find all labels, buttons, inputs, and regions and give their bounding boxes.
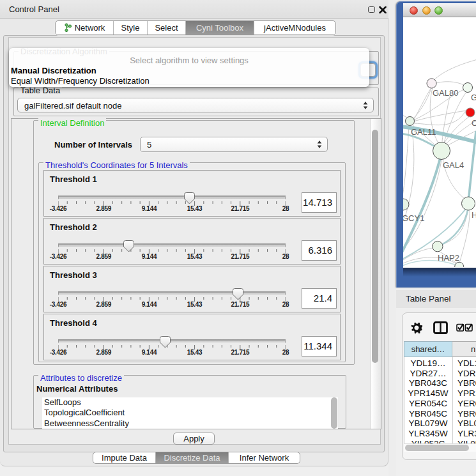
- svg-text:GAL2: GAL2: [471, 93, 476, 102]
- svg-text:HIS: HIS: [472, 210, 476, 220]
- svg-text:GAL4: GAL4: [443, 160, 464, 170]
- svg-text:GAL80: GAL80: [433, 88, 458, 98]
- svg-text:GCY1: GCY1: [403, 213, 424, 223]
- svg-text:CYC: CYC: [472, 118, 476, 128]
- svg-text:GAL11: GAL11: [411, 127, 436, 137]
- svg-text:HAP2: HAP2: [438, 253, 459, 263]
